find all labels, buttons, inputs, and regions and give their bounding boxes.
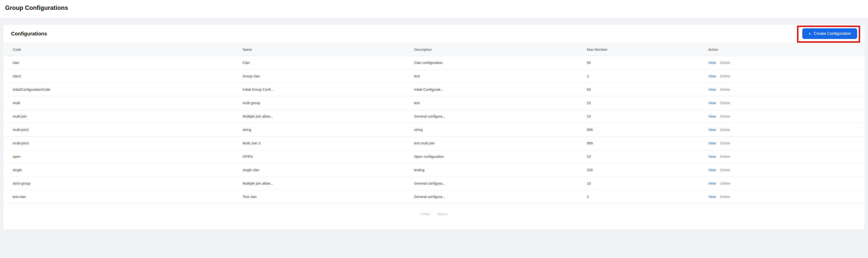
table-row: multi-join2 string string 999 View Delet… (3, 123, 865, 137)
cell-action: View Delete (708, 163, 865, 177)
cell-action: View Delete (708, 137, 865, 150)
cell-name: Multi Join 3 (243, 137, 414, 150)
table-row: multi multi group test 10 View Delete (3, 96, 865, 110)
cell-action: View Delete (708, 190, 865, 204)
cell-code: clan (3, 56, 243, 69)
cell-name: Test clan (243, 190, 414, 204)
cell-action: View Delete (708, 150, 865, 163)
table-row: open OPEN Open configuration 10 View Del… (3, 150, 865, 163)
delete-link[interactable]: Delete (720, 114, 730, 118)
delete-link[interactable]: Delete (720, 88, 730, 92)
view-link[interactable]: View (708, 61, 716, 65)
column-header-name: Name (243, 43, 414, 56)
cell-name: Clan (243, 56, 414, 69)
cell-name: OPEN (243, 150, 414, 163)
create-configuration-label: Create Configuration (814, 31, 851, 36)
delete-link[interactable]: Delete (720, 141, 730, 145)
view-link[interactable]: View (708, 154, 716, 159)
column-header-description: Description (414, 43, 587, 56)
cell-name: string (243, 123, 414, 137)
cell-code: multi (3, 96, 243, 110)
table-body: clan Clan Clan configuration 50 View Del… (3, 56, 865, 204)
delete-link[interactable]: Delete (720, 168, 730, 172)
table-row: multi-join3 Multi Join 3 test multi join… (3, 137, 865, 150)
cell-code: initialConfigurationCode (3, 83, 243, 96)
cell-max-member: 100 (587, 163, 708, 177)
page-title: Group Configurations (5, 4, 868, 12)
view-link[interactable]: View (708, 88, 716, 92)
cell-description: test (414, 69, 587, 83)
cell-description: Initial Configurati... (414, 83, 587, 96)
view-link[interactable]: View (708, 74, 716, 78)
table-row: initialConfigurationCode Initial Group C… (3, 83, 865, 96)
view-link[interactable]: View (708, 195, 716, 199)
cell-max-member: 50 (587, 83, 708, 96)
cell-action: View Delete (708, 56, 865, 69)
table-row: single single clan testing 100 View Dele… (3, 163, 865, 177)
card-header: Configurations + Create Configuration (3, 25, 865, 43)
cell-code: clan2 (3, 69, 243, 83)
cell-max-member: 999 (587, 137, 708, 150)
cell-action: View Delete (708, 110, 865, 123)
cell-description: General configura... (414, 190, 587, 204)
cell-description: test (414, 96, 587, 110)
cell-max-member: 10 (587, 177, 708, 190)
cell-name: Group clan (243, 69, 414, 83)
cell-description: string (414, 123, 587, 137)
top-bar: Group Configurations (0, 0, 868, 18)
pagination: < Prev Next > (3, 204, 865, 229)
create-configuration-button-wrapper: + Create Configuration (802, 28, 857, 39)
cell-max-member: 2 (587, 69, 708, 83)
cell-description: test multi join (414, 137, 587, 150)
cell-action: View Delete (708, 83, 865, 96)
view-link[interactable]: View (708, 128, 716, 132)
cell-max-member: 10 (587, 110, 708, 123)
cell-name: Multiple join allow... (243, 177, 414, 190)
cell-description: Open configuration (414, 150, 587, 163)
delete-link[interactable]: Delete (720, 181, 730, 185)
cell-action: View Delete (708, 123, 865, 137)
cell-code: test-clan (3, 190, 243, 204)
configurations-table: Code Name Description Max Member Action … (3, 43, 865, 204)
cell-name: Multiple join allow... (243, 110, 414, 123)
delete-link[interactable]: Delete (720, 74, 730, 78)
delete-link[interactable]: Delete (720, 195, 730, 199)
table-row: strict-group Multiple join allow... Gene… (3, 177, 865, 190)
cell-name: multi group (243, 96, 414, 110)
page-content: Configurations + Create Configuration Co… (0, 18, 868, 229)
cell-code: strict-group (3, 177, 243, 190)
table-row: multi-join Multiple join allow... Genera… (3, 110, 865, 123)
create-configuration-button[interactable]: + Create Configuration (802, 28, 857, 39)
delete-link[interactable]: Delete (720, 154, 730, 159)
pagination-prev-button[interactable]: < Prev (420, 212, 430, 216)
cell-name: single clan (243, 163, 414, 177)
cell-max-member: 50 (587, 56, 708, 69)
cell-code: multi-join (3, 110, 243, 123)
cell-action: View Delete (708, 96, 865, 110)
card-title: Configurations (11, 31, 47, 37)
view-link[interactable]: View (708, 181, 716, 185)
column-header-code: Code (3, 43, 243, 56)
cell-code: multi-join3 (3, 137, 243, 150)
pagination-next-button[interactable]: Next > (438, 212, 448, 216)
cell-action: View Delete (708, 69, 865, 83)
delete-link[interactable]: Delete (720, 128, 730, 132)
delete-link[interactable]: Delete (720, 101, 730, 105)
cell-code: multi-join2 (3, 123, 243, 137)
table-row: clan Clan Clan configuration 50 View Del… (3, 56, 865, 69)
view-link[interactable]: View (708, 101, 716, 105)
view-link[interactable]: View (708, 114, 716, 118)
column-header-max-member: Max Member (587, 43, 708, 56)
cell-description: General configura... (414, 110, 587, 123)
plus-icon: + (808, 31, 811, 36)
column-header-action: Action (708, 43, 865, 56)
cell-description: Clan configuration (414, 56, 587, 69)
delete-link[interactable]: Delete (720, 61, 730, 65)
cell-description: General configura... (414, 177, 587, 190)
view-link[interactable]: View (708, 141, 716, 145)
cell-name: Initial Group Confi... (243, 83, 414, 96)
cell-code: open (3, 150, 243, 163)
view-link[interactable]: View (708, 168, 716, 172)
configurations-card: Configurations + Create Configuration Co… (3, 25, 865, 229)
table-row: clan2 Group clan test 2 View Delete (3, 69, 865, 83)
